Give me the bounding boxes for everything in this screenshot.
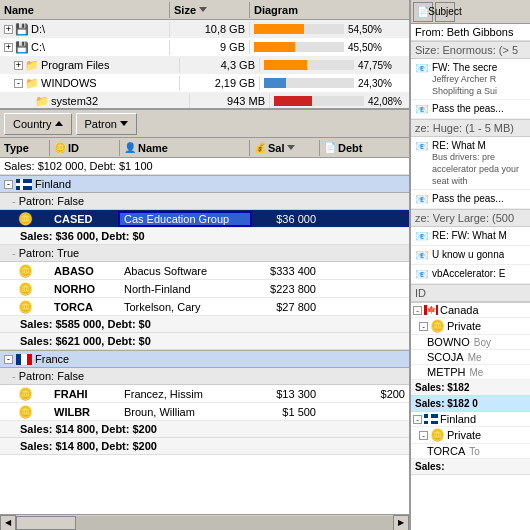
abaso-sal: $333 400 (250, 265, 320, 277)
col-size-header[interactable]: Size (170, 2, 250, 18)
email-item-pass2[interactable]: 📧 Pass the peas... (411, 190, 530, 209)
tree-row-canada[interactable]: - 🍁 Canada (411, 303, 530, 318)
expand-patron-false-icon[interactable]: - (12, 195, 16, 207)
col-name-header[interactable]: Name (0, 2, 170, 18)
data-grid[interactable]: Sales: $102 000, Debt: $1 100 - Finland … (0, 158, 409, 514)
hscroll-thumb[interactable] (16, 516, 76, 530)
expand-d-icon[interactable]: + (4, 25, 13, 34)
expand-finland-private-icon[interactable]: - (419, 431, 428, 440)
hscroll-left-btn[interactable]: ◀ (0, 515, 16, 531)
right-btn-subject[interactable]: Subject (435, 2, 455, 22)
tree-row-canada-private[interactable]: - 🪙 Private (411, 318, 530, 335)
email-item-pass[interactable]: 📧 Pass the peas... (411, 100, 530, 119)
email-item-fw[interactable]: 📧 FW: The secre Jeffrey Archer R Shoplif… (411, 59, 530, 100)
gh-debt[interactable]: 📄 Debt (320, 140, 409, 156)
email-uknow-icon: 📧 (415, 249, 429, 262)
torca-type-icon: 🪙 (18, 300, 33, 314)
expand-canada-private-icon[interactable]: - (419, 322, 428, 331)
fb-row-c[interactable]: + 💾 C:\ 9 GB 45,50% (0, 38, 409, 56)
gh-type[interactable]: Type (0, 140, 50, 156)
hscroll-track[interactable] (16, 516, 393, 530)
row-torca[interactable]: 🪙 TORCA Torkelson, Cary $27 800 (0, 298, 409, 316)
hscroll-right-btn[interactable]: ▶ (393, 515, 409, 531)
abaso-type-icon: 🪙 (18, 264, 33, 278)
expand-canada-icon[interactable]: - (413, 306, 422, 315)
email-item-vba[interactable]: 📧 vbAccelerator: E (411, 265, 530, 284)
gh-name[interactable]: 👤 Name (120, 140, 250, 156)
sort-arrow-icon (199, 7, 207, 12)
row-frahi[interactable]: 🪙 FRAHI Francez, Hissim $13 300 $200 (0, 385, 409, 403)
tree-row-torca[interactable]: TORCA To (411, 444, 530, 459)
tree-row-finland-private[interactable]: - 🪙 Private (411, 427, 530, 444)
fb-cell-sys-diagram: 42,08% (270, 95, 409, 108)
grid-header: Type 🪙 ID 👤 Name 💰 Sal 📄 Debt (0, 138, 409, 158)
cased-name[interactable]: Cas Education Group (120, 213, 250, 225)
email-item-uknow[interactable]: 📧 U know u gonna (411, 246, 530, 265)
fb-row-sys[interactable]: 📁 system32 943 MB 42,08% (0, 92, 409, 110)
email-uknow-text: U know u gonna (432, 248, 504, 261)
norho-id: NORHO (50, 283, 120, 295)
size-filter-large: ze: Very Large: (500 (411, 209, 530, 227)
cased-id: CASED (50, 213, 120, 225)
fb-cell-pf-diagram: 47,75% (260, 59, 409, 72)
cased-sal: $36 000 (250, 213, 320, 225)
expand-france-icon[interactable]: - (4, 355, 13, 364)
row-norho[interactable]: 🪙 NORHO North-Finland $223 800 (0, 280, 409, 298)
row-cased[interactable]: 🪙 CASED Cas Education Group $36 000 (0, 210, 409, 228)
email-rewhat-icon: 📧 (415, 140, 429, 153)
tree-row-bowno[interactable]: BOWNO Boy (411, 335, 530, 350)
email-item-re-what[interactable]: 📧 RE: What M Bus drivers: pre accelerato… (411, 137, 530, 190)
patron-true-label: Patron: True (19, 247, 80, 259)
frahi-sal: $13 300 (250, 388, 320, 400)
tree-row-finland[interactable]: - Finland (411, 412, 530, 427)
fb-cell-d-name: + 💾 D:\ (0, 22, 170, 37)
metph-label: METPH (427, 366, 466, 378)
gh-sal[interactable]: 💰 Sal (250, 140, 320, 156)
expand-france-patron-false-icon[interactable]: - (12, 370, 16, 382)
summary-france-patron-false: Sales: $14 800, Debt: $200 (0, 421, 409, 438)
fb-cell-d-diagram: 54,50% (250, 23, 409, 36)
expand-finland-icon[interactable]: - (4, 180, 13, 189)
fb-row-pf[interactable]: + 📁 Program Files 4,3 GB 47,75% (0, 56, 409, 74)
group-france[interactable]: - France (0, 350, 409, 368)
email-vba-icon: 📧 (415, 268, 429, 281)
canada-private-label: Private (447, 320, 481, 332)
bar-win-fill (264, 78, 286, 88)
email-panel[interactable]: From: Beth Gibbons Size: Enormous: (> 5 … (411, 24, 530, 530)
expand-patron-true-icon[interactable]: - (12, 247, 16, 259)
tree-row-scoja[interactable]: SCOJA Me (411, 350, 530, 365)
tree-row-metph[interactable]: METPH Me (411, 365, 530, 380)
bar-pf (264, 60, 354, 70)
group-france-patron-false[interactable]: - Patron: False (0, 368, 409, 385)
expand-tree-finland-icon[interactable]: - (413, 415, 422, 424)
patron-button[interactable]: Patron (76, 113, 137, 135)
fb-row-d[interactable]: + 💾 D:\ 10,8 GB 54,50% (0, 20, 409, 38)
drive-d-icon: 💾 (15, 23, 29, 36)
fb-header: Name Size Diagram (0, 0, 409, 20)
country-button[interactable]: Country (4, 113, 72, 135)
email-item-refw[interactable]: 📧 RE: FW: What M (411, 227, 530, 246)
fb-cell-pf-size: 4,3 GB (180, 58, 260, 72)
expand-win-icon[interactable]: - (14, 79, 23, 88)
expand-c-icon[interactable]: + (4, 43, 13, 52)
gh-id[interactable]: 🪙 ID (50, 140, 120, 156)
scoja-label: SCOJA (427, 351, 464, 363)
fb-cell-win-size: 2,19 GB (180, 76, 260, 90)
col-diagram-header[interactable]: Diagram (250, 2, 409, 18)
group-finland-patron-false[interactable]: - Patron: False (0, 193, 409, 210)
row-wilbr[interactable]: 🪙 WILBR Broun, William $1 500 (0, 403, 409, 421)
torca-tree-label: TORCA (427, 445, 465, 457)
flag-canada-icon: 🍁 (424, 305, 438, 315)
horizontal-scrollbar[interactable]: ◀ ▶ (0, 514, 409, 530)
folder-pf-icon: 📁 (25, 59, 39, 72)
group-finland[interactable]: - Finland (0, 175, 409, 193)
fb-row-win[interactable]: - 📁 WINDOWS 2,19 GB 24,30% (0, 74, 409, 92)
expand-pf-icon[interactable]: + (14, 61, 23, 70)
row-abaso[interactable]: 🪙 ABASO Abacus Software $333 400 (0, 262, 409, 280)
email-refw-text: RE: FW: What M (432, 229, 507, 242)
truncated-sales-row: Sales: $102 000, Debt: $1 100 (0, 158, 409, 175)
torca-name: Torkelson, Cary (120, 301, 250, 313)
norho-name: North-Finland (120, 283, 250, 295)
abaso-id: ABASO (50, 265, 120, 277)
group-finland-patron-true[interactable]: - Patron: True (0, 245, 409, 262)
